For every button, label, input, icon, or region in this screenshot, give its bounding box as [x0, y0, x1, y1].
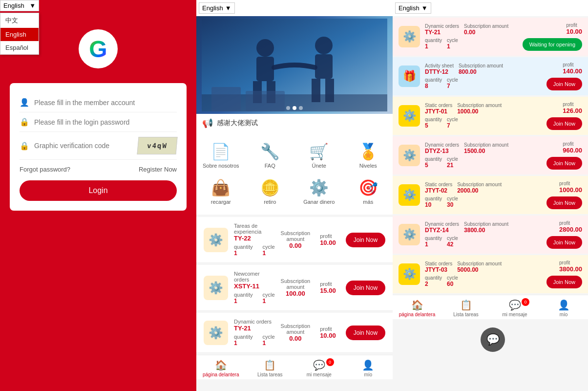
faq-label: FAQ — [265, 163, 275, 169]
right-join-btn-2[interactable]: Join Now — [546, 117, 582, 130]
login-form: 👤 🔒 🔒 v4qW Forgot password? Register Now… — [10, 83, 187, 211]
mas-icon: 🎯 — [358, 178, 378, 197]
right-card-actions-0: profit 10.00 Waiting for opening — [523, 22, 582, 51]
message-badge-mid: 0 — [326, 358, 334, 366]
cycle-label-1: cycle — [263, 292, 275, 298]
right-card-icon-4: ⚙️ — [399, 184, 420, 206]
ganar-label: Ganar dinero — [303, 199, 335, 205]
product-icon-2: ⚙️ — [204, 321, 228, 345]
icon-faq[interactable]: 🔧 FAQ — [246, 137, 295, 174]
product-sub-1: Subscription amount 100.00 — [281, 278, 311, 297]
login-button[interactable]: Login — [20, 180, 177, 201]
product-id-1: XSTY-11 — [234, 282, 275, 290]
mid-lang-select[interactable]: English ▼ — [199, 2, 235, 14]
right-bottom-nav: 🏠 página delantera 📋 Lista tareas 💬 0 mi… — [393, 295, 588, 319]
icon-sobre[interactable]: 📄 Sobre nosotros — [196, 137, 246, 174]
join-btn-2[interactable]: Join Now — [346, 326, 385, 340]
sobre-icon: 📄 — [211, 142, 231, 161]
nav-mine-right[interactable]: 👤 mío — [539, 298, 588, 318]
qty-label-0: quantity — [234, 244, 253, 250]
nav-tasks-mid[interactable]: 📋 Lista tareas — [246, 358, 295, 378]
nav-tasks-label-right: Lista tareas — [453, 312, 479, 317]
right-card-icon-3: ⚙️ — [399, 145, 420, 166]
hero-image — [202, 19, 387, 111]
niveles-label: Niveles — [359, 163, 377, 169]
icon-grid: 📄 Sobre nosotros 🔧 FAQ 🛒 Únete 🏅 Niveles… — [196, 132, 393, 215]
nav-home-label-mid: página delantera — [203, 372, 239, 377]
tasks-icon-mid: 📋 — [264, 359, 276, 371]
right-card-6: ⚙️ Static orders JTYT-03 Subscription am… — [393, 255, 588, 293]
chat-icon: 💬 — [486, 333, 500, 346]
mine-icon-mid: 👤 — [362, 359, 374, 371]
product-info-2: Dynamic orders TY-21 quantity 1 cycle 1 — [234, 319, 275, 347]
lang-dropdown-left[interactable]: English ▼ 中文 English Español — [0, 0, 39, 11]
right-card-body-5: Dynamic orders DTYZ-14 Subscription amou… — [425, 221, 542, 248]
join-btn-0[interactable]: Join Now — [346, 233, 385, 247]
icon-recargar[interactable]: 👜 recargar — [196, 174, 246, 210]
right-join-btn-0[interactable]: Waiting for opening — [523, 38, 582, 51]
register-link[interactable]: Register Now — [139, 166, 177, 173]
nav-tasks-right[interactable]: 📋 Lista tareas — [441, 298, 490, 318]
home-icon-mid: 🏠 — [215, 359, 227, 371]
nav-message-label-mid: mi mensaje — [307, 372, 332, 377]
nav-mine-mid[interactable]: 👤 mío — [344, 358, 393, 378]
right-lang-select[interactable]: English ▼ — [395, 2, 431, 14]
right-card-body-6: Static orders JTYT-03 Subscription amoun… — [425, 261, 542, 287]
join-btn-1[interactable]: Join Now — [346, 281, 385, 295]
sobre-label: Sobre nosotros — [203, 163, 239, 169]
right-card-icon-2: ⚙️ — [399, 105, 420, 127]
account-input[interactable] — [34, 99, 177, 107]
right-card-2: ⚙️ Static orders JTYT-01 Subscription am… — [393, 97, 588, 135]
product-type-0: Tareas de experiencia — [234, 223, 275, 235]
unete-label: Únete — [312, 163, 326, 169]
hero-dots — [286, 106, 303, 110]
nav-message-right[interactable]: 💬 0 mi mensaje — [490, 298, 539, 318]
message-icon-right: 💬 — [509, 299, 521, 311]
lang-option-en[interactable]: English — [0, 28, 39, 41]
dot-3 — [299, 106, 303, 110]
right-join-btn-5[interactable]: Join Now — [546, 236, 582, 249]
captcha-image[interactable]: v4qW — [137, 137, 177, 154]
qty-value-2: 1 — [234, 340, 253, 347]
logo-letter: G — [89, 36, 107, 63]
password-input[interactable] — [34, 118, 177, 126]
right-join-btn-1[interactable]: Join Now — [546, 78, 582, 90]
icon-retiro[interactable]: 🪙 retiro — [246, 174, 295, 210]
mid-bottom-nav: 🏠 página delantera 📋 Lista tareas 💬 0 mi… — [196, 355, 393, 379]
product-card-2: ⚙️ Dynamic orders TY-21 quantity 1 cycle… — [196, 313, 393, 353]
icon-mas[interactable]: 🎯 más — [344, 174, 393, 210]
cycle-value-2: 1 — [263, 340, 275, 347]
qty-value-1: 1 — [234, 298, 253, 304]
forgot-password-link[interactable]: Forgot password? — [20, 166, 70, 173]
lang-option-es[interactable]: Español — [0, 41, 39, 54]
right-chevron-icon: ▼ — [421, 4, 428, 12]
icon-ganar[interactable]: ⚙️ Ganar dinero — [294, 174, 344, 210]
nav-home-right[interactable]: 🏠 página delantera — [393, 298, 441, 318]
nav-tasks-label-mid: Lista tareas — [257, 372, 283, 377]
chat-bubble[interactable]: 💬 — [481, 327, 505, 352]
right-card-body-4: Static orders JTYT-02 Subscription amoun… — [425, 182, 542, 208]
product-card-0: ⚙️ Tareas de experiencia TY-22 quantity … — [196, 217, 393, 263]
product-icon-1: ⚙️ — [204, 276, 228, 300]
right-join-btn-4[interactable]: Join Now — [546, 196, 582, 209]
product-icon-0: ⚙️ — [204, 228, 228, 252]
right-card-body-1: Activity sheet DTTY-12 Subscription amou… — [425, 63, 542, 89]
right-join-btn-6[interactable]: Join Now — [546, 276, 582, 288]
icon-niveles[interactable]: 🏅 Niveles — [344, 137, 393, 174]
nav-message-mid[interactable]: 💬 0 mi mensaje — [294, 358, 344, 378]
icon-unete[interactable]: 🛒 Únete — [294, 137, 344, 174]
cycle-label-2: cycle — [263, 334, 275, 340]
nav-home-mid[interactable]: 🏠 página delantera — [196, 358, 246, 378]
shield-icon: 🔒 — [20, 141, 29, 151]
product-profit-2: profit 10.00 — [320, 326, 336, 339]
product-sub-2: Subscription amount 0.00 — [281, 323, 311, 342]
right-card-4: ⚙️ Static orders JTYT-02 Subscription am… — [393, 176, 588, 214]
lang-select-trigger[interactable]: English ▼ — [0, 0, 39, 11]
right-join-btn-3[interactable]: Join Now — [546, 157, 582, 170]
password-row: 🔒 — [20, 112, 177, 132]
captcha-input[interactable] — [34, 142, 133, 150]
svg-rect-2 — [256, 57, 274, 81]
niveles-icon: 🏅 — [358, 142, 378, 161]
lang-option-zh[interactable]: 中文 — [0, 13, 39, 28]
right-card-icon-0: ⚙️ — [399, 26, 420, 47]
